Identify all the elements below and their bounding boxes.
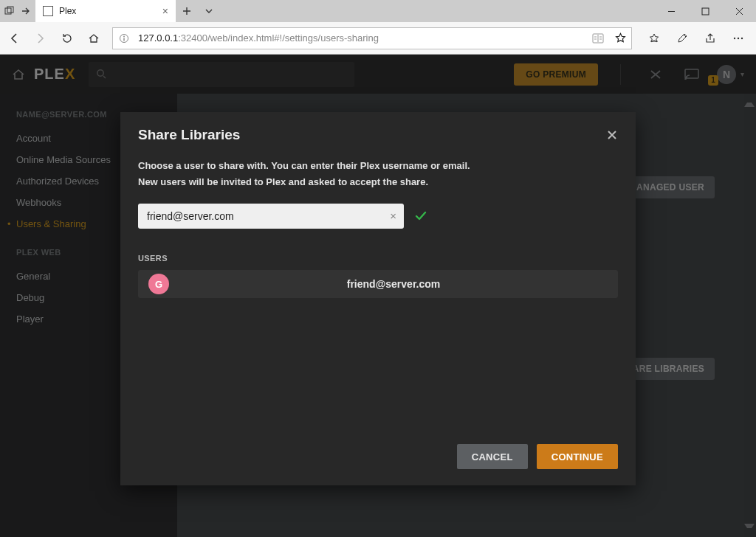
input-valid-icon [414,209,427,223]
new-tab-button[interactable] [176,0,198,22]
user-email: friend@server.com [179,278,608,290]
nav-home-button[interactable] [86,30,102,46]
reading-view-icon[interactable] [587,33,609,44]
svg-rect-2 [702,8,709,15]
nav-forward-button[interactable] [32,30,49,46]
continue-label: CONTINUE [551,451,603,462]
tab-close-icon[interactable]: × [162,5,168,17]
svg-point-7 [738,37,739,38]
titlebar-left-icons [0,0,35,22]
svg-point-6 [734,37,735,38]
url-text: 127.0.0.1:32400/web/index.html#!/setting… [135,32,587,44]
modal-overlay: Share Libraries Choose a user to share w… [0,55,756,537]
browser-toolbar: 127.0.0.1:32400/web/index.html#!/setting… [0,22,756,55]
modal-close-button[interactable] [606,129,618,141]
favorite-icon[interactable] [609,32,631,44]
nav-back-button[interactable] [6,30,22,46]
tabs-dropdown-icon[interactable] [198,0,220,22]
modal-instruction-2: New users will be invited to Plex and as… [138,174,618,190]
continue-button[interactable]: CONTINUE [537,444,618,469]
svg-rect-0 [5,8,11,14]
share-icon[interactable] [703,30,718,46]
plex-app: PLEX GO PREMIUM 1 N ▾ NAME@SERVER.COM Ac… [0,55,756,537]
user-result-row[interactable]: G friend@server.com [138,270,618,298]
svg-point-8 [741,37,743,38]
modal-header: Share Libraries [120,112,636,149]
window-maximize-button[interactable] [688,0,722,22]
address-bar[interactable]: 127.0.0.1:32400/web/index.html#!/setting… [112,27,632,49]
window-close-button[interactable] [722,0,756,22]
site-info-icon[interactable] [113,33,135,44]
modal-body: Choose a user to share with. You can ent… [120,149,636,431]
svg-point-4 [123,35,125,37]
cancel-button[interactable]: CANCEL [457,444,528,469]
notes-icon[interactable] [675,30,690,46]
users-section-label: USERS [138,254,618,263]
browser-tab[interactable]: Plex × [35,0,176,22]
user-avatar-letter: G [155,279,162,290]
modal-instruction-1: Choose a user to share with. You can ent… [138,158,618,174]
cascade-icon [4,6,15,16]
share-input-row: × [138,204,618,229]
nav-refresh-button[interactable] [59,30,75,46]
share-user-input[interactable] [138,204,404,229]
url-rest: :32400/web/index.html#!/settings/users-s… [178,32,379,44]
user-avatar: G [148,274,169,294]
arrow-out-icon [21,6,31,16]
window-minimize-button[interactable] [654,0,688,22]
window-titlebar: Plex × [0,0,756,22]
modal-title: Share Libraries [138,127,240,143]
modal-footer: CANCEL CONTINUE [120,431,636,485]
favorites-hub-icon[interactable] [647,30,662,46]
tab-title: Plex [59,6,76,16]
toolbar-right-icons [642,30,750,46]
cancel-label: CANCEL [472,451,513,462]
more-icon[interactable] [731,30,746,46]
page-icon [43,6,53,16]
share-libraries-modal: Share Libraries Choose a user to share w… [120,112,636,485]
close-icon [606,129,618,141]
clear-input-icon[interactable]: × [390,209,396,222]
svg-rect-1 [7,7,13,13]
share-user-field: × [138,204,404,229]
url-host: 127.0.0.1 [138,32,178,44]
